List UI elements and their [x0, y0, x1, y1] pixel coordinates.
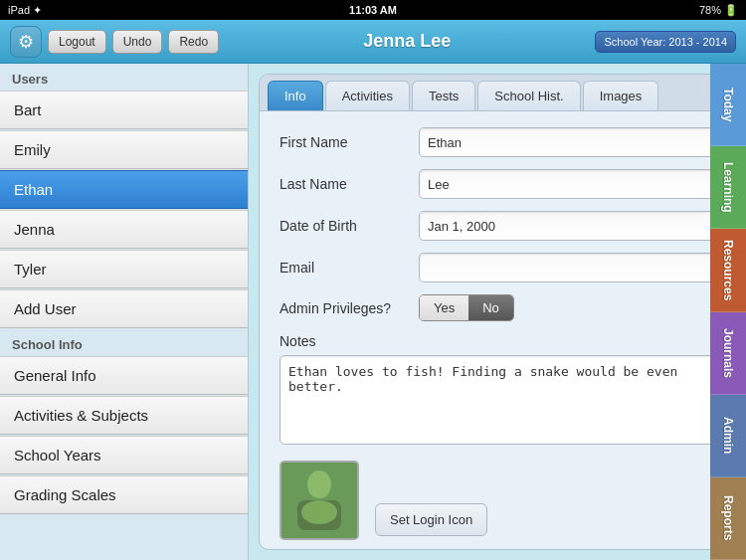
sidebar-item-bart[interactable]: Bart [0, 91, 248, 129]
notes-section: Notes Ethan loves to fish! Finding a sna… [280, 333, 715, 449]
last-name-input[interactable] [419, 169, 715, 199]
email-input[interactable] [419, 253, 715, 282]
admin-label: Admin Privileges? [280, 300, 419, 316]
tab-bar: Info Activities Tests School Hist. Image… [260, 75, 735, 111]
add-user-button[interactable]: Add User [0, 289, 248, 328]
last-name-row: Last Name [280, 169, 715, 199]
tab-activities[interactable]: Activities [325, 81, 410, 110]
email-row: Email [280, 253, 715, 282]
dob-label: Date of Birth [280, 218, 419, 234]
admin-yes-button[interactable]: Yes [420, 295, 468, 320]
email-label: Email [280, 260, 419, 276]
status-right: 78% 🔋 [699, 4, 738, 17]
last-name-label: Last Name [280, 176, 419, 192]
right-nav-admin[interactable]: Admin [710, 395, 746, 477]
set-login-icon-button[interactable]: Set Login Icon [375, 503, 487, 536]
sidebar-item-jenna[interactable]: Jenna [0, 210, 248, 249]
first-name-label: First Name [280, 134, 419, 150]
notes-textarea[interactable]: Ethan loves to fish! Finding a snake wou… [280, 355, 715, 445]
undo-button[interactable]: Undo [112, 30, 163, 54]
logout-button[interactable]: Logout [48, 30, 106, 54]
sidebar: Users Bart Emily Ethan Jenna Tyler Add U… [0, 64, 249, 560]
right-nav-learning[interactable]: Learning [710, 146, 746, 229]
toolbar: ⚙ Logout Undo Redo Jenna Lee School Year… [0, 20, 746, 64]
tab-panel: Info Activities Tests School Hist. Image… [259, 74, 736, 550]
svg-point-1 [307, 470, 331, 498]
notes-label: Notes [280, 333, 715, 349]
tab-school-hist[interactable]: School Hist. [477, 81, 580, 110]
sidebar-item-general-info[interactable]: General Info [0, 356, 248, 395]
school-year-badge[interactable]: School Year: 2013 - 2014 [595, 31, 736, 53]
page-title: Jenna Lee [225, 31, 589, 52]
status-bar: iPad ✦ 11:03 AM 78% 🔋 [0, 0, 746, 20]
gear-icon: ⚙ [18, 31, 34, 53]
first-name-row: First Name [280, 127, 715, 157]
redo-button[interactable]: Redo [168, 30, 219, 54]
bottom-row: Set Login Icon [280, 461, 715, 540]
login-icon-image [280, 461, 359, 540]
tab-tests[interactable]: Tests [412, 81, 475, 110]
main-layout: Users Bart Emily Ethan Jenna Tyler Add U… [0, 64, 746, 560]
tab-images[interactable]: Images [583, 81, 659, 110]
right-nav-reports[interactable]: Reports [710, 477, 746, 560]
admin-row: Admin Privileges? Yes No [280, 294, 715, 321]
sidebar-item-grading-scales[interactable]: Grading Scales [0, 475, 248, 514]
sidebar-item-ethan[interactable]: Ethan [0, 170, 248, 209]
svg-point-3 [301, 500, 337, 524]
right-nav-today[interactable]: Today [710, 64, 746, 146]
status-left: iPad ✦ [8, 4, 42, 17]
right-nav-resources[interactable]: Resources [710, 229, 746, 311]
users-section-header: Users [0, 64, 248, 91]
admin-no-button[interactable]: No [468, 295, 513, 320]
status-time: 11:03 AM [349, 4, 397, 16]
first-name-input[interactable] [419, 127, 715, 157]
tab-info[interactable]: Info [268, 81, 323, 110]
admin-toggle: Yes No [419, 294, 514, 321]
gear-button[interactable]: ⚙ [10, 26, 42, 58]
sidebar-item-tyler[interactable]: Tyler [0, 250, 248, 288]
sidebar-item-activities-subjects[interactable]: Activities & Subjects [0, 396, 248, 435]
person-silhouette [281, 463, 357, 538]
school-info-section-header: School Info [0, 329, 248, 356]
dob-input[interactable] [419, 211, 715, 241]
content-area: Info Activities Tests School Hist. Image… [249, 64, 746, 560]
right-nav-journals[interactable]: Journals [710, 312, 746, 395]
sidebar-item-school-years[interactable]: School Years [0, 436, 248, 474]
sidebar-item-emily[interactable]: Emily [0, 130, 248, 169]
form-content: First Name Last Name Date of Birth Email… [260, 111, 735, 549]
dob-row: Date of Birth [280, 211, 715, 241]
right-nav: Today Learning Resources Journals Admin … [710, 64, 746, 560]
